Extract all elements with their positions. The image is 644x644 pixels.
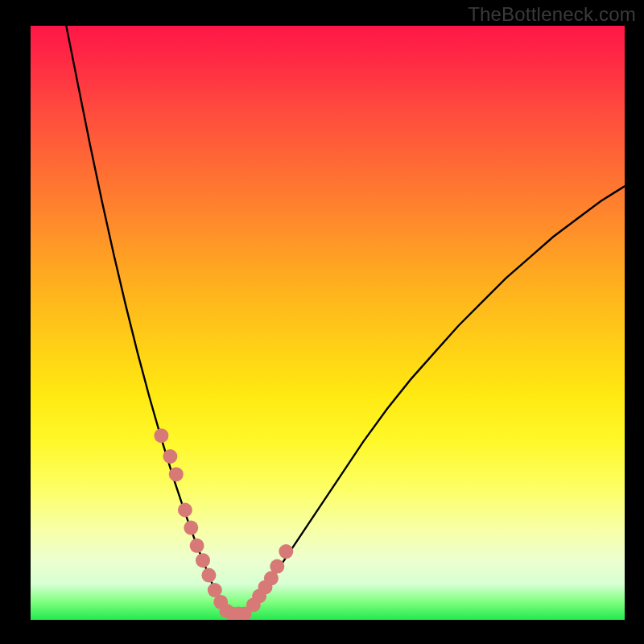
- watermark-text: TheBottleneck.com: [468, 3, 636, 26]
- highlight-dot: [196, 553, 210, 568]
- highlight-dots: [154, 428, 293, 620]
- highlight-dot: [190, 539, 204, 553]
- plot-svg: [31, 26, 625, 620]
- highlight-dot: [163, 449, 177, 464]
- highlight-dot: [169, 467, 184, 481]
- highlight-dot: [201, 568, 216, 583]
- bottleneck-curve: [66, 26, 625, 614]
- highlight-dot: [184, 521, 198, 535]
- highlight-dot: [279, 544, 293, 559]
- chart-frame: TheBottleneck.com: [0, 0, 644, 644]
- highlight-dot: [154, 428, 168, 443]
- highlight-dot: [178, 503, 192, 518]
- highlight-dot: [270, 559, 284, 574]
